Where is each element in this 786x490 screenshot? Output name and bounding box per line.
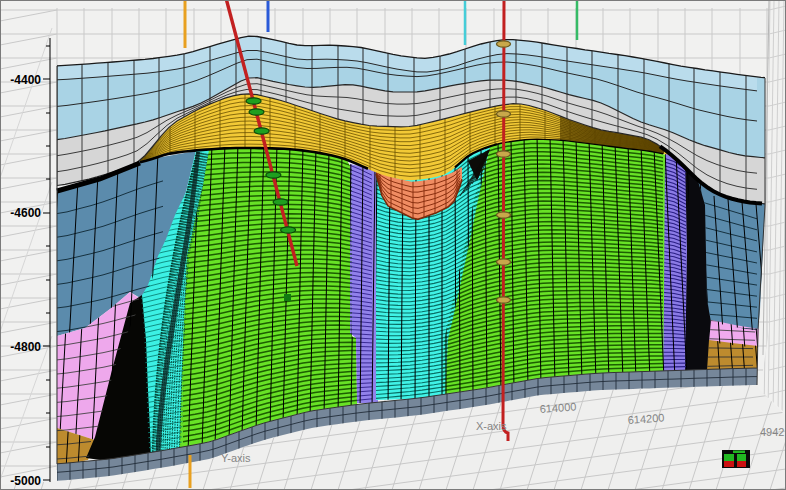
svg-text:X-axis: X-axis (476, 420, 507, 432)
svg-text:-4800: -4800 (10, 340, 41, 354)
svg-text:-4400: -4400 (10, 73, 41, 87)
svg-text:614000: 614000 (539, 400, 576, 415)
svg-text:-4600: -4600 (10, 206, 41, 220)
svg-text:614200: 614200 (627, 411, 664, 426)
svg-text:Y-axis: Y-axis (221, 452, 251, 464)
svg-text:4942: 4942 (760, 426, 784, 438)
svg-text:-5000: -5000 (10, 474, 41, 488)
